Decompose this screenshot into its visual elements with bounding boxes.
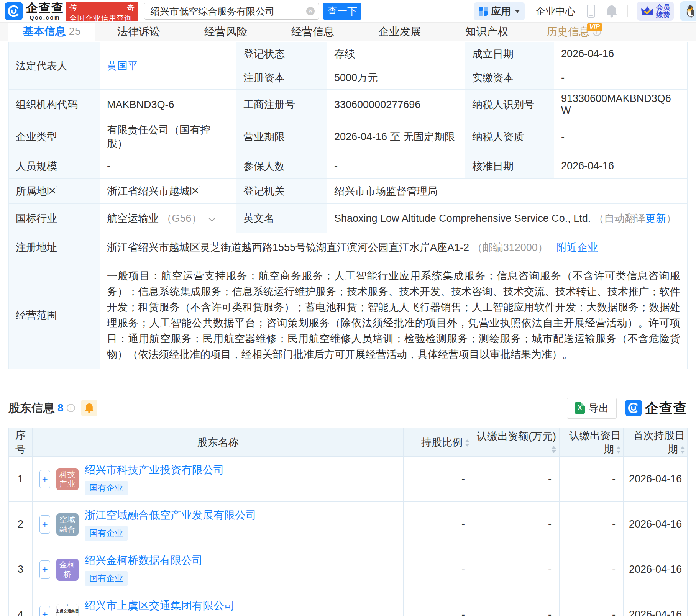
state-owned-tag: 国有企业 [85, 526, 128, 541]
label-taxpayer-id: 纳税人识别号 [465, 90, 554, 120]
value-est-date: 2026-04-16 [554, 42, 688, 66]
sub-date-value: - [560, 457, 624, 502]
excel-icon: X [575, 402, 585, 414]
vip-renew-button[interactable]: 会员续费 [637, 2, 674, 21]
translate-update-link[interactable]: 更新 [645, 213, 666, 224]
label-taxpayer-qual: 纳税人资质 [465, 120, 554, 154]
qcc-logo-icon [5, 2, 23, 20]
value-scope: 一般项目：航空运营支持服务；航空商务服务；人工智能行业应用系统集成服务；信息咨询… [100, 262, 688, 369]
basic-info-table: 法定代表人 黄国平 登记状态 存续 成立日期 2026-04-16 注册资本 5… [8, 42, 688, 369]
mobile-app-icon[interactable] [587, 5, 595, 18]
brand-slogan-badge: 传奇 全国企业信用查询 [66, 2, 138, 21]
value-company-type: 有限责任公司（国有控股） [100, 120, 236, 154]
sort-icon[interactable] [465, 439, 469, 447]
enterprise-center-link[interactable]: 企业中心 [535, 5, 575, 18]
shareholders-count: 8 [57, 402, 64, 414]
amount-value: - [473, 547, 560, 592]
label-est-date: 成立日期 [465, 42, 554, 66]
tab-basic-info[interactable]: 基本信息25 [8, 23, 95, 41]
notification-bell-icon[interactable] [606, 5, 617, 18]
label-biz-reg-no: 工商注册号 [236, 90, 327, 120]
shareholder-name-link[interactable]: 浙江空域融合低空产业发展有限公司 [85, 508, 256, 523]
shareholder-name-link[interactable]: 绍兴市科技产业投资有限公司 [85, 463, 224, 477]
row-index: 3 [9, 547, 33, 592]
value-region: 浙江省绍兴市越城区 [100, 179, 236, 204]
ratio-value: - [404, 592, 473, 616]
search-input[interactable] [144, 3, 319, 20]
label-insured: 参保人数 [236, 154, 327, 179]
tab-operation-info[interactable]: 经营信息 [269, 23, 356, 41]
apps-menu[interactable]: 应用 [474, 2, 525, 20]
expand-button[interactable]: + [39, 606, 50, 616]
sort-icon[interactable] [680, 446, 685, 454]
value-org-code: MAKBND3Q-6 [100, 90, 236, 120]
amount-value: - [473, 502, 560, 547]
label-paid-capital: 实缴资本 [465, 66, 554, 90]
tab-legal-litigation[interactable]: 法律诉讼 [95, 23, 182, 41]
label-approval-date: 核准日期 [465, 154, 554, 179]
top-header: 企查查 Qcc.com 传奇 全国企业信用查询 ✕ 查一下 应用 企业中心 会员… [0, 0, 696, 22]
label-reg-capital: 注册资本 [236, 66, 327, 90]
value-staff-size: - [100, 154, 236, 179]
section-tabs: 基本信息25 法律诉讼 经营风险 经营信息 企业发展 知识产权 历史信息 VIP… [0, 22, 696, 41]
search-button[interactable]: 查一下 [323, 3, 361, 20]
amount-value: - [473, 457, 560, 502]
first-date-value: 2026-04-16 [624, 457, 688, 502]
apps-grid-icon [479, 7, 488, 16]
legal-rep-link[interactable]: 黄国平 [107, 60, 138, 72]
row-index: 1 [9, 457, 33, 502]
state-owned-tag: 国有企业 [85, 481, 128, 495]
sub-date-value: - [560, 547, 624, 592]
brand-text: 企查查 Qcc.com [26, 2, 64, 20]
value-biz-reg-no: 330600000277696 [327, 90, 465, 120]
shareholder-row: 2 + 空域融合 浙江空域融合低空产业发展有限公司 国有企业 - - - 202… [9, 502, 688, 547]
col-name: 股东名称 [33, 428, 404, 457]
shareholders-table: 序号 股东名称 持股比例 认缴出资额(万元) 认缴出资日期 首次持股日期 1 +… [8, 428, 688, 616]
tab-operation-risk[interactable]: 经营风险 [182, 23, 269, 41]
sort-icon[interactable] [552, 446, 556, 453]
label-legal-rep: 法定代表人 [9, 42, 100, 90]
divider [627, 5, 628, 17]
sort-icon[interactable] [616, 446, 621, 454]
expand-button[interactable]: + [39, 560, 50, 579]
col-sub-date[interactable]: 认缴出资日期 [560, 428, 624, 457]
qcc-logo-icon [625, 400, 642, 416]
label-region: 所属地区 [9, 179, 100, 204]
col-amount[interactable]: 认缴出资额(万元) [473, 428, 560, 457]
nearby-companies-link[interactable]: 附近企业 [556, 242, 598, 253]
tab-history-info[interactable]: 历史信息 VIP i [530, 23, 617, 41]
expand-button[interactable]: + [39, 470, 50, 488]
label-biz-term: 营业期限 [236, 120, 327, 154]
shareholder-name-link[interactable]: 绍兴市上虞区交通集团有限公司 [85, 598, 235, 613]
first-date-value: 2026-04-16 [624, 592, 688, 616]
export-button[interactable]: X 导出 [567, 398, 617, 419]
tab-enterprise-development[interactable]: 企业发展 [356, 23, 443, 41]
shareholder-logo: 上虞交通集团 SHANGYU JIAOTONG [56, 604, 79, 616]
state-owned-tag: 国有企业 [85, 571, 128, 586]
clear-icon[interactable]: ✕ [306, 7, 315, 15]
monitor-bell-button[interactable] [81, 400, 97, 416]
tab-intellectual-property[interactable]: 知识产权 [443, 23, 530, 41]
bell-icon [85, 403, 94, 413]
info-icon[interactable]: i [67, 404, 75, 412]
value-address: 浙江省绍兴市越城区灵芝街道越西路1555号镜湖直江滨河公园直江水岸A座A1-2 … [100, 233, 688, 262]
first-date-value: 2026-04-16 [624, 547, 688, 592]
label-industry: 国标行业 [9, 204, 100, 233]
shareholders-title: 股东信息 [8, 400, 54, 416]
col-ratio[interactable]: 持股比例 [404, 428, 473, 457]
mascot-penguin-icon[interactable]: 🐧 [680, 1, 696, 21]
shareholder-avatar: 金柯桥 [56, 559, 79, 581]
ratio-value: - [404, 502, 473, 547]
shareholder-row: 1 + 科技产业 绍兴市科技产业投资有限公司 国有企业 - - - 2026-0… [9, 457, 688, 502]
first-date-value: 2026-04-16 [624, 502, 688, 547]
chevron-down-icon[interactable] [208, 218, 215, 222]
label-company-type: 企业类型 [9, 120, 100, 154]
expand-button[interactable]: + [39, 515, 50, 534]
shareholder-name-link[interactable]: 绍兴金柯桥数据有限公司 [85, 553, 203, 568]
shareholder-row: 4 + 上虞交通集团 SHANGYU JIAOTONG 绍兴市上虞区交通集团有限… [9, 592, 688, 616]
value-industry[interactable]: 航空运输业 （G56） [100, 204, 236, 233]
value-biz-term: 2026-04-16 至 无固定期限 [327, 120, 465, 154]
label-staff-size: 人员规模 [9, 154, 100, 179]
value-insured: - [327, 154, 465, 179]
col-first-date[interactable]: 首次持股日期 [624, 428, 688, 457]
